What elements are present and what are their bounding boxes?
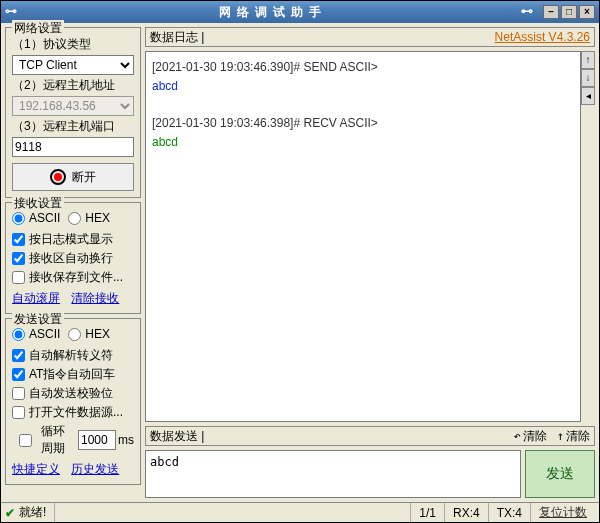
send-file-check[interactable]: 打开文件数据源... xyxy=(12,404,134,421)
group-title: 接收设置 xyxy=(12,195,64,212)
group-title: 发送设置 xyxy=(12,311,64,328)
disconnect-label: 断开 xyxy=(72,169,96,186)
send-title: 数据发送 | xyxy=(150,428,204,445)
titlebar: ⊶ 网络调试助手 ⊷ – □ × xyxy=(1,1,599,23)
recv-settings-group: 接收设置 ASCII HEX 按日志模式显示 接收区自动换行 接收保存到文件..… xyxy=(5,202,141,314)
right-panel: 数据日志 | NetAssist V4.3.26 [2021-01-30 19:… xyxy=(145,27,595,498)
window-title: 网络调试助手 xyxy=(219,4,327,21)
pin2-icon[interactable]: ⊷ xyxy=(521,5,537,19)
app-window: ⊶ 网络调试助手 ⊷ – □ × 网络设置 （1）协议类型 TCP Client… xyxy=(0,0,600,523)
status-page: 1/1 xyxy=(410,503,444,522)
scroll-down-icon[interactable]: ↓ xyxy=(581,69,595,87)
send-header: 数据发送 | ↶清除 ↑清除 xyxy=(145,426,595,446)
recv-logmode-check[interactable]: 按日志模式显示 xyxy=(12,231,134,248)
clear-output-link[interactable]: ↑清除 xyxy=(557,428,590,445)
log-title: 数据日志 | xyxy=(150,29,204,46)
auto-scroll-link[interactable]: 自动滚屏 xyxy=(12,291,60,305)
recv-hex-radio[interactable]: HEX xyxy=(68,211,110,225)
clear-recv-link[interactable]: 清除接收 xyxy=(71,291,119,305)
version-link[interactable]: NetAssist V4.3.26 xyxy=(495,30,590,44)
log-header: 数据日志 | NetAssist V4.3.26 xyxy=(145,27,595,47)
scroll-split-icon[interactable]: ◂ xyxy=(581,87,595,105)
host-label: （2）远程主机地址 xyxy=(12,77,134,94)
port-label: （3）远程主机端口 xyxy=(12,118,134,135)
shortcut-link[interactable]: 快捷定义 xyxy=(12,462,60,476)
pin-icon[interactable]: ⊶ xyxy=(5,5,21,19)
protocol-select[interactable]: TCP Client xyxy=(12,55,134,75)
minimize-button[interactable]: – xyxy=(543,5,559,19)
recv-save-check[interactable]: 接收保存到文件... xyxy=(12,269,134,286)
cycle-ms-input[interactable] xyxy=(78,430,116,450)
history-link[interactable]: 历史发送 xyxy=(71,462,119,476)
recv-wrap-check[interactable]: 接收区自动换行 xyxy=(12,250,134,267)
port-input[interactable] xyxy=(12,137,134,157)
send-settings-group: 发送设置 ASCII HEX 自动解析转义符 AT指令自动回车 自动发送校验位 … xyxy=(5,318,141,485)
left-panel: 网络设置 （1）协议类型 TCP Client （2）远程主机地址 192.16… xyxy=(5,27,141,498)
log-sidebar: ↑ ↓ ◂ xyxy=(581,51,595,422)
maximize-button[interactable]: □ xyxy=(561,5,577,19)
send-hex-radio[interactable]: HEX xyxy=(68,327,110,341)
log-textarea[interactable]: [2021-01-30 19:03:46.390]# SEND ASCII> a… xyxy=(145,51,581,422)
clear-input-link[interactable]: ↶清除 xyxy=(514,428,547,445)
send-button[interactable]: 发送 xyxy=(525,450,595,498)
send-cycle-check[interactable]: 循环周期 ms xyxy=(12,423,134,457)
send-atcr-check[interactable]: AT指令自动回车 xyxy=(12,366,134,383)
send-textarea[interactable]: abcd xyxy=(145,450,521,498)
record-icon xyxy=(50,169,66,185)
send-checksum-check[interactable]: 自动发送校验位 xyxy=(12,385,134,402)
disconnect-button[interactable]: 断开 xyxy=(12,163,134,191)
reset-count-link[interactable]: 复位计数 xyxy=(530,503,595,522)
protocol-label: （1）协议类型 xyxy=(12,36,134,53)
status-tx: TX:4 xyxy=(488,503,530,522)
host-select[interactable]: 192.168.43.56 xyxy=(12,96,134,116)
status-ok-icon: ✔ xyxy=(5,506,15,520)
close-button[interactable]: × xyxy=(579,5,595,19)
status-ready: 就绪! xyxy=(19,504,46,521)
send-ascii-radio[interactable]: ASCII xyxy=(12,327,60,341)
status-rx: RX:4 xyxy=(444,503,488,522)
status-bar: ✔就绪! 1/1 RX:4 TX:4 复位计数 xyxy=(1,502,599,522)
scroll-up-icon[interactable]: ↑ xyxy=(581,51,595,69)
recv-ascii-radio[interactable]: ASCII xyxy=(12,211,60,225)
group-title: 网络设置 xyxy=(12,20,64,37)
send-escape-check[interactable]: 自动解析转义符 xyxy=(12,347,134,364)
network-settings-group: 网络设置 （1）协议类型 TCP Client （2）远程主机地址 192.16… xyxy=(5,27,141,198)
